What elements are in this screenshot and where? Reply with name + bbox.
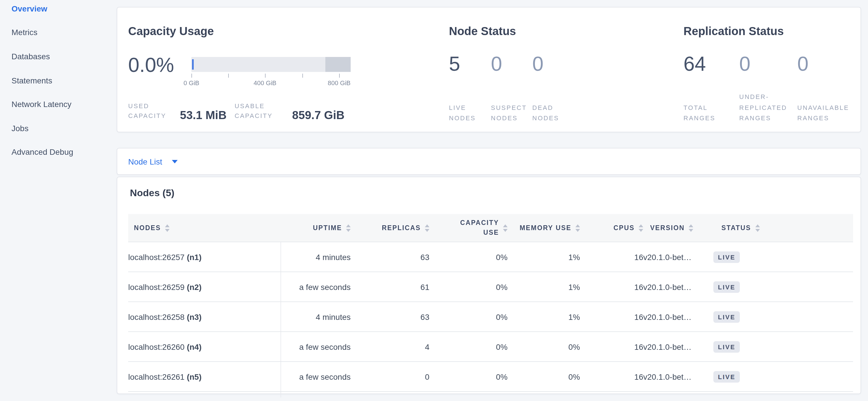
node-replicas: 0 (351, 362, 429, 392)
node-memory-use: 1% (507, 272, 580, 302)
status-badge: LIVE (713, 341, 740, 352)
sort-icon[interactable] (346, 224, 351, 232)
replication-stats: 64 TOTAL RANGES 0 UNDER-REPLICATED RANGE… (683, 54, 868, 124)
table-row[interactable]: localhost:26261 (n5) a few seconds 0 0% … (128, 362, 853, 392)
node-cpus: 16 (580, 242, 643, 272)
node-version: v20.1.0-bet… (643, 272, 713, 302)
column-header-nodes-label: NODES (134, 224, 161, 231)
node-replicas: 4 (351, 332, 429, 362)
chevron-down-icon[interactable] (172, 160, 178, 163)
nodes-table: NODES UPTIME REPLICAS CAPACITY USE MEMOR… (128, 214, 853, 398)
sidebar-item-metrics[interactable]: Metrics (0, 21, 112, 44)
capacity-gauge-used-marker (192, 59, 194, 69)
node-memory-use: 1% (507, 302, 580, 332)
sidebar-item-statements[interactable]: Statements (0, 68, 112, 92)
replication-status-panel: Replication Status 64 TOTAL RANGES 0 UND… (683, 7, 856, 133)
status-badge: LIVE (713, 371, 740, 382)
live-nodes-value: 5 (449, 54, 491, 74)
node-address[interactable]: localhost:26260 (128, 342, 185, 351)
node-address[interactable]: localhost:26257 (128, 252, 185, 261)
column-header-capacity-use-label: CAPACITY USE (458, 218, 499, 238)
column-header-version-label: VERSION (650, 224, 685, 231)
table-footer-spacer (128, 392, 853, 398)
sidebar-item-databases[interactable]: Databases (0, 44, 112, 68)
axis-tick (265, 74, 266, 78)
total-ranges-label: TOTAL RANGES (683, 102, 724, 124)
node-list-label[interactable]: Node List (128, 157, 162, 166)
table-row[interactable]: localhost:26259 (n2) a few seconds 61 0%… (128, 272, 853, 302)
total-ranges-stat: 64 TOTAL RANGES (683, 54, 739, 124)
used-capacity-label: USED CAPACITY (128, 101, 175, 121)
column-header-uptime[interactable]: UPTIME (281, 214, 351, 242)
sort-icon[interactable] (639, 224, 643, 232)
sidebar-item-jobs[interactable]: Jobs (0, 116, 112, 140)
cluster-summary-card: Capacity Usage 0.0% 0 GiB 400 GiB 8 (117, 7, 861, 132)
node-uptime: 4 minutes (281, 302, 351, 332)
sort-icon[interactable] (755, 224, 760, 232)
nodes-section-title: Nodes (5) (130, 188, 175, 199)
sort-icon[interactable] (503, 224, 507, 232)
capacity-details: USED CAPACITY 53.1 MiB USABLE CAPACITY 8… (128, 101, 353, 121)
node-cpus: 16 (580, 332, 643, 362)
column-header-capacity-use[interactable]: CAPACITY USE (429, 214, 507, 242)
node-memory-use: 0% (507, 332, 580, 362)
sort-icon[interactable] (425, 224, 429, 232)
node-replicas: 63 (351, 302, 429, 332)
capacity-gauge-tick-labels: 0 GiB 400 GiB 800 GiB (191, 79, 351, 87)
status-badge: LIVE (713, 311, 740, 322)
node-address[interactable]: localhost:26261 (128, 372, 185, 381)
sort-icon[interactable] (689, 224, 693, 232)
node-version: v20.1.0-bet… (643, 332, 713, 362)
node-status-stats: 5 LIVE NODES 0 SUSPECT NODES 0 DEAD NODE… (449, 54, 584, 124)
sidebar-item-network-latency[interactable]: Network Latency (0, 92, 112, 116)
table-row[interactable]: localhost:26258 (n3) 4 minutes 63 0% 1% … (128, 302, 853, 332)
column-header-memory-use[interactable]: MEMORY USE (507, 214, 580, 242)
column-header-status-label: STATUS (721, 224, 751, 231)
node-id: (n2) (187, 282, 202, 291)
status-badge: LIVE (713, 251, 740, 263)
node-address[interactable]: localhost:26259 (128, 282, 185, 291)
used-capacity-value: 53.1 MiB (180, 109, 226, 122)
node-id: (n5) (187, 372, 202, 381)
node-cpus: 16 (580, 302, 643, 332)
tick-label-800gib: 800 GiB (328, 79, 351, 86)
live-nodes-label: LIVE NODES (449, 102, 484, 124)
column-header-cpus[interactable]: CPUS (580, 214, 643, 242)
column-header-version[interactable]: VERSION (643, 214, 713, 242)
under-replicated-ranges-label: UNDER-REPLICATED RANGES (739, 91, 792, 124)
sidebar-item-advanced-debug[interactable]: Advanced Debug (0, 140, 112, 164)
capacity-gauge-reserved-segment (326, 57, 351, 72)
unavailable-ranges-stat: 0 UNAVAILABLE RANGES (797, 54, 868, 124)
nodes-table-card: Nodes (5) NODES UPTIME REPLICAS (117, 177, 861, 394)
column-header-replicas[interactable]: REPLICAS (351, 214, 429, 242)
capacity-usage-panel: Capacity Usage 0.0% 0 GiB 400 GiB 8 (128, 7, 450, 133)
node-address[interactable]: localhost:26258 (128, 312, 185, 321)
sidebar-item-overview[interactable]: Overview (0, 0, 112, 21)
node-id: (n3) (187, 312, 202, 321)
column-header-nodes[interactable]: NODES (128, 214, 281, 242)
table-row[interactable]: localhost:26260 (n4) a few seconds 4 0% … (128, 332, 853, 362)
tick-label-0gib: 0 GiB (183, 79, 199, 86)
node-replicas: 61 (351, 272, 429, 302)
sidebar-nav: Overview Metrics Databases Statements Ne… (0, 0, 112, 164)
axis-tick (191, 74, 192, 78)
dead-nodes-label: DEAD NODES (532, 102, 567, 124)
under-replicated-ranges-stat: 0 UNDER-REPLICATED RANGES (739, 54, 797, 124)
sort-icon[interactable] (576, 224, 580, 232)
node-list-dropdown[interactable]: Node List (117, 148, 861, 175)
node-cpus: 16 (580, 272, 643, 302)
column-header-status[interactable]: STATUS (713, 214, 853, 242)
node-uptime: a few seconds (281, 332, 351, 362)
node-status-title: Node Status (449, 25, 516, 38)
table-header-row: NODES UPTIME REPLICAS CAPACITY USE MEMOR… (128, 214, 853, 242)
sidebar: Overview Metrics Databases Statements Ne… (0, 0, 112, 401)
suspect-nodes-label: SUSPECT NODES (491, 102, 529, 124)
table-row[interactable]: localhost:26257 (n1) 4 minutes 63 0% 1% … (128, 242, 853, 272)
axis-tick (302, 74, 303, 78)
node-capacity-use: 0% (429, 332, 507, 362)
sort-icon[interactable] (165, 224, 169, 232)
axis-tick (339, 74, 340, 78)
suspect-nodes-stat: 0 SUSPECT NODES (491, 54, 532, 124)
column-header-replicas-label: REPLICAS (382, 224, 421, 231)
dead-nodes-value: 0 (532, 54, 584, 74)
